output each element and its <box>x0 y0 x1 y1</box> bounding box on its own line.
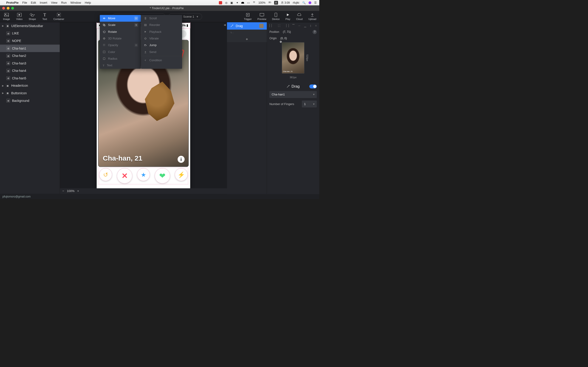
layer-like[interactable]: ▨LIKE <box>0 30 60 37</box>
response-rotate[interactable]: Rotate <box>100 28 141 35</box>
rewind-button[interactable]: ↺ <box>99 168 112 181</box>
svg-rect-6 <box>32 15 33 16</box>
card-name: Cha-han, 21 <box>103 154 142 162</box>
menu-view[interactable]: View <box>51 1 57 4</box>
align-middle-icon[interactable]: ─ <box>298 24 300 27</box>
status-footer: pfujiomoro@gmail.com <box>0 194 319 199</box>
window-close[interactable] <box>2 7 5 10</box>
menubar-app-icon[interactable] <box>219 1 222 4</box>
layer-cha-han2[interactable]: ▨Cha-han2 <box>0 52 60 60</box>
account-email[interactable]: pfujiomoro@gmail.com <box>2 195 31 198</box>
align-center-h-icon[interactable]: ╎╎ <box>277 24 281 27</box>
menubar-icon-2[interactable]: ✦ <box>236 1 238 4</box>
spotlight-icon[interactable]: 🔍 <box>302 1 306 4</box>
menubar-icon-1[interactable]: ▣ <box>230 1 233 4</box>
tool-text[interactable]: TText <box>42 12 47 21</box>
collapse-icon[interactable]: ◀ <box>224 23 225 26</box>
layer-cha-han1[interactable]: ▨Cha-han1 <box>0 44 60 52</box>
layer-headericon[interactable]: ▶▦HeaderIcon <box>0 82 60 90</box>
tool-device[interactable]: Device <box>272 12 279 21</box>
zoom-value: 100% <box>67 189 74 193</box>
fingers-label: Number of Fingers <box>269 102 294 106</box>
fingers-select[interactable]: 1▾ <box>302 100 317 107</box>
boost-button[interactable]: ⚡ <box>175 168 187 181</box>
menu-file[interactable]: File <box>22 1 27 4</box>
distribute-v-icon[interactable]: ≡ <box>315 24 317 27</box>
response-jump[interactable]: Jump <box>141 42 182 48</box>
layer-cha-han5[interactable]: ▨Cha-han5 <box>0 75 60 82</box>
drag-section-label: Drag <box>292 84 300 89</box>
clock[interactable]: 月 3:09 <box>281 1 290 5</box>
align-bottom-icon[interactable]: ▁ <box>304 24 306 27</box>
tool-upload[interactable]: Upload <box>309 12 316 21</box>
svg-rect-2 <box>4 13 9 17</box>
align-right-icon[interactable]: ▕▕ <box>284 24 288 27</box>
layer-nope[interactable]: ▨NOPE <box>0 37 60 45</box>
siri-icon[interactable] <box>309 1 311 4</box>
zoom-in[interactable]: + <box>77 189 79 193</box>
svg-rect-8 <box>58 14 59 15</box>
response-menu-col1: MoveM ScaleS Rotate 3D Rotate OpacityO C… <box>100 22 141 69</box>
tool-preview[interactable]: Preview <box>258 12 267 21</box>
menu-run[interactable]: Run <box>61 1 67 4</box>
svg-point-14 <box>103 38 105 39</box>
battery-icon <box>268 1 271 4</box>
response-text: TText <box>100 62 141 69</box>
response-playback: Playback <box>141 28 182 35</box>
triggers-panel: ◀ Drag └·· + <box>227 22 267 194</box>
trigger-path-indicator: └·· <box>227 30 267 36</box>
menubar-icon-3[interactable] <box>242 2 244 4</box>
like-button[interactable]: ❤ <box>155 168 170 183</box>
drag-target-select[interactable]: Cha-han1▾ <box>269 91 317 98</box>
tool-video[interactable]: Video <box>16 12 23 21</box>
layer-background[interactable]: ▨Background <box>0 97 60 104</box>
layers-panel: ▶▦UIElements/StatusBar ▨LIKE ▨NOPE ▨Cha-… <box>0 22 60 194</box>
position-label: Position <box>269 30 279 33</box>
notification-center-icon[interactable]: ☰ <box>314 1 317 4</box>
window-maximize[interactable] <box>11 7 14 10</box>
response-scale[interactable]: ScaleS <box>100 22 141 28</box>
trigger-drag[interactable]: Drag <box>227 22 267 30</box>
window-minimize[interactable] <box>7 7 9 10</box>
username[interactable]: rfujiki <box>293 1 299 4</box>
align-left-icon[interactable]: ▏▏ <box>269 24 274 27</box>
wifi-icon[interactable] <box>253 1 255 4</box>
layer-cha-han3[interactable]: ▨Cha-han3 <box>0 60 60 67</box>
nope-button[interactable]: ✕ <box>117 168 132 183</box>
menu-help[interactable]: Help <box>85 1 91 4</box>
tool-container[interactable]: Container <box>53 12 64 21</box>
info-button[interactable]: i <box>178 156 184 163</box>
drag-toggle[interactable] <box>309 84 317 88</box>
macos-menu-bar: ProtoPie File Edit Insert View Run Windo… <box>0 0 319 6</box>
distribute-h-icon[interactable]: ⫿ <box>310 24 311 27</box>
tool-cloud[interactable]: Cloud <box>296 12 303 21</box>
response-menu-col2: Scroll Reorder Playback Vibrate Jump Sen… <box>141 22 182 69</box>
layer-buttonicon[interactable]: ▶▦ButtonIcon <box>0 90 60 97</box>
tool-shape[interactable]: ▾Shape <box>29 12 36 21</box>
layer-cha-han4[interactable]: ▨Cha-han4 <box>0 67 60 75</box>
menu-insert[interactable]: Insert <box>40 1 47 4</box>
superlike-button[interactable]: ★ <box>137 168 149 181</box>
help-icon[interactable]: ? <box>313 30 317 34</box>
battery-percent: 100% <box>258 1 266 4</box>
tool-image[interactable]: Image <box>3 12 10 21</box>
response-color: Color <box>100 49 141 55</box>
layer-uielements-statusbar[interactable]: ▶▦UIElements/StatusBar <box>0 22 60 30</box>
tool-play[interactable]: Play <box>285 12 291 21</box>
add-trigger[interactable]: + <box>227 36 267 42</box>
menu-edit[interactable]: Edit <box>31 1 36 4</box>
input-mode[interactable]: A <box>274 1 278 5</box>
airplay-icon[interactable]: ▭ <box>247 1 250 4</box>
app-name[interactable]: ProtoPie <box>6 1 19 4</box>
menu-window[interactable]: Window <box>70 1 81 4</box>
action-buttons: ↺ ✕ ★ ❤ ⚡ <box>99 168 188 184</box>
svg-point-3 <box>5 14 6 15</box>
preview-height: 516px <box>306 54 309 61</box>
creative-cloud-icon[interactable]: ◎ <box>225 1 227 4</box>
response-condition: Condition <box>141 57 182 64</box>
zoom-out[interactable]: − <box>62 189 64 193</box>
tool-trigger[interactable]: Trigger <box>244 12 252 21</box>
response-reorder: Reorder <box>141 22 182 28</box>
align-top-icon[interactable]: ▔ <box>292 24 294 27</box>
fingers-row: Number of Fingers 1▾ <box>269 100 317 107</box>
